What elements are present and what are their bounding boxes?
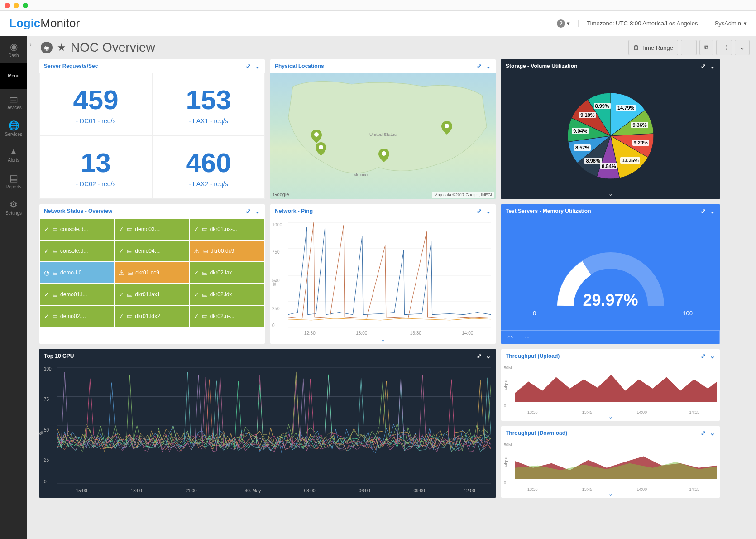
gauge-tool-2[interactable]: 〰	[519, 331, 720, 344]
network-status-cell[interactable]: ⚠🖴dkr01.dc9	[115, 262, 189, 283]
logo-suffix: Monitor	[40, 16, 80, 30]
server-name: dkr01.us-...	[210, 226, 237, 232]
action-btn-4[interactable]: ⌄	[735, 40, 750, 55]
map-marker[interactable]	[311, 130, 322, 143]
network-status-cell[interactable]: ✓🖴console.d...	[40, 241, 114, 261]
expand-icon[interactable]: ⤢	[477, 63, 482, 70]
close-button[interactable]	[5, 3, 10, 8]
network-status-cell[interactable]: ◔🖴demo-i-0...	[40, 262, 114, 283]
chevron-down-icon: ▾	[744, 20, 747, 27]
server-icon: 🖴	[202, 248, 208, 254]
network-status-cell[interactable]: ✓🖴dkr02.ldx	[190, 284, 264, 305]
network-status-cell[interactable]: ⚠🖴dkr00.dc9	[190, 241, 264, 261]
rail-item-dash[interactable]: ◉Dash	[0, 36, 27, 63]
action-btn-1[interactable]: ⋯	[681, 40, 697, 55]
status-icon: ✓	[44, 291, 49, 298]
server-name: dkr02.u-...	[210, 313, 234, 319]
status-icon: ✓	[44, 247, 49, 255]
chevron-down-icon[interactable]: ⌄	[710, 352, 715, 360]
expand-bar[interactable]: ⌄	[270, 337, 496, 344]
gauge-tool-1[interactable]: ◠	[501, 331, 519, 344]
expand-icon[interactable]: ⤢	[701, 352, 706, 360]
minimize-button[interactable]	[14, 3, 19, 8]
services-icon: 🌐	[8, 120, 19, 131]
top-header: LogicMonitor ? ▾ Timezone: UTC-8:00 Amer…	[0, 11, 756, 36]
time-range-button[interactable]: 🗓Time Range	[628, 40, 678, 55]
server-icon: 🖴	[202, 226, 207, 232]
chevron-down-icon[interactable]: ⌄	[710, 63, 715, 70]
svg-point-3	[319, 145, 323, 149]
pie-slice-label: 9.20%	[632, 140, 649, 146]
page-header: ◉ ★ NOC Overview 🗓Time Range ⋯ ⧉ ⛶ ⌄	[34, 36, 756, 59]
chevron-down-icon[interactable]: ⌄	[255, 63, 260, 70]
rail-item-alerts[interactable]: ▲Alerts	[0, 141, 27, 168]
gauge-min: 0	[533, 310, 536, 317]
user-menu[interactable]: SysAdmin ▾	[706, 20, 747, 27]
maximize-button[interactable]	[23, 3, 28, 8]
rail-item-devices[interactable]: 🖴Devices	[0, 89, 27, 115]
server-name: dkr01.lax1	[135, 291, 160, 298]
help-menu[interactable]: ? ▾	[557, 19, 570, 28]
map-marker[interactable]	[316, 142, 326, 156]
big-value: 13	[81, 147, 111, 178]
status-icon: ⚠	[194, 247, 200, 255]
rail-item-services[interactable]: 🌐Services	[0, 115, 27, 141]
action-btn-3[interactable]: ⛶	[716, 40, 732, 55]
chevron-down-icon[interactable]: ⌄	[486, 63, 491, 70]
chevron-down-icon[interactable]: ⌄	[486, 352, 491, 360]
rail-item-menu[interactable]: Menu	[0, 63, 27, 89]
map[interactable]: United States Mexico Google Map data ©20…	[270, 73, 496, 199]
expand-icon[interactable]: ⤢	[701, 429, 706, 437]
map-marker[interactable]	[378, 149, 389, 162]
network-status-cell[interactable]: ✓🖴dkr01.lax1	[115, 284, 189, 305]
expand-icon[interactable]: ⤢	[701, 63, 706, 70]
network-status-cell[interactable]: ✓🖴dkr01.us-...	[190, 219, 264, 240]
widget-title: Throughput (Download)	[506, 430, 567, 436]
network-status-cell[interactable]: ✓🖴dkr02.u-...	[190, 306, 264, 327]
network-status-cell[interactable]: ✓🖴demo01.l...	[40, 284, 114, 305]
svg-text:United States: United States	[369, 132, 397, 137]
server-icon: 🖴	[202, 313, 207, 319]
expand-bar[interactable]: ⌄	[501, 191, 720, 199]
rail-item-reports[interactable]: ▤Reports	[0, 168, 27, 194]
chevron-down-icon[interactable]: ⌄	[486, 207, 491, 215]
star-icon[interactable]: ★	[57, 42, 66, 53]
map-attribution: Map data ©2017 Google, INEGI	[432, 192, 494, 198]
throughput-upload-chart	[515, 366, 717, 402]
expand-icon[interactable]: ⤢	[477, 207, 482, 215]
map-marker[interactable]	[441, 121, 452, 135]
widget-server-requests: Server Requests/Sec ⤢⌄ 459- DC01 - req/s…	[39, 59, 265, 199]
expand-bar[interactable]: ⌄	[501, 414, 720, 421]
expand-icon[interactable]: ⤢	[246, 63, 251, 70]
dashboard-badge-icon: ◉	[41, 42, 53, 53]
network-status-cell[interactable]: ✓🖴dkr02.lax	[190, 262, 264, 283]
server-name: dkr02.lax	[210, 270, 232, 276]
network-status-cell[interactable]: ✓🖴demo02....	[40, 306, 114, 327]
expand-icon[interactable]: ⤢	[477, 352, 482, 360]
expand-bar[interactable]: ⌄	[501, 491, 720, 498]
dashboard-icon: ◉	[10, 41, 18, 52]
network-status-cell[interactable]: ✓🖴dkr01.ldx2	[115, 306, 189, 327]
pie-slice-label: 13.35%	[620, 157, 640, 164]
chevron-down-icon[interactable]: ⌄	[710, 429, 715, 437]
expand-icon[interactable]: ⤢	[701, 207, 706, 215]
page-title: ◉ ★ NOC Overview	[41, 40, 155, 55]
chevron-down-icon[interactable]: ⌄	[255, 207, 260, 215]
ping-chart	[288, 222, 491, 328]
status-icon: ✓	[119, 226, 124, 233]
big-number-cell: 153- LAX1 - req/s	[152, 73, 265, 136]
rail-item-settings[interactable]: ⚙Settings	[0, 194, 27, 220]
pie-slice-label: 8.54%	[600, 163, 617, 169]
big-label: - LAX1 - req/s	[189, 117, 228, 125]
network-status-cell[interactable]: ✓🖴demo03....	[115, 219, 189, 240]
widget-ping: Network - Ping ⤢⌄ ms 1000 750 500 250 0	[270, 204, 496, 344]
sidebar-toggle[interactable]: ›	[27, 36, 34, 539]
network-status-cell[interactable]: ✓🖴console.d...	[40, 219, 114, 240]
network-status-cell[interactable]: ✓🖴demo04....	[115, 241, 189, 261]
timezone-label[interactable]: Timezone: UTC-8:00 America/Los Angeles	[578, 20, 698, 27]
server-icon: 🖴	[52, 226, 57, 232]
chevron-down-icon[interactable]: ⌄	[710, 207, 715, 215]
status-icon: ✓	[119, 247, 124, 255]
expand-icon[interactable]: ⤢	[246, 207, 251, 215]
action-btn-2[interactable]: ⧉	[699, 40, 713, 55]
